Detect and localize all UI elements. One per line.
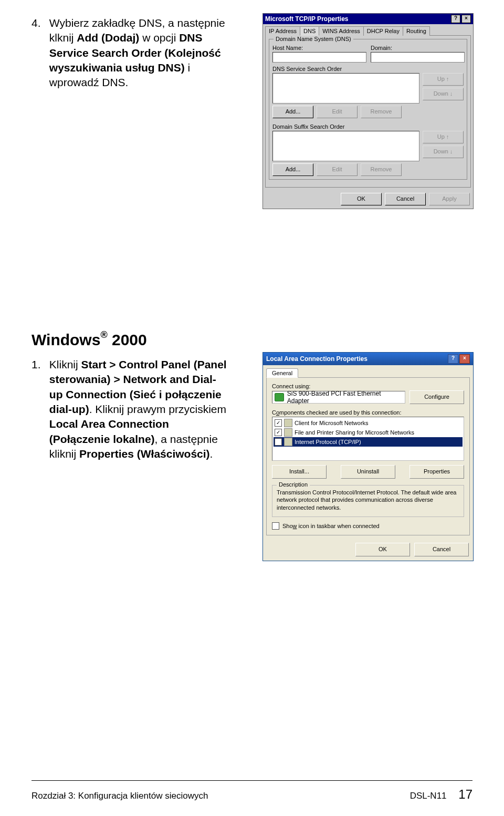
dns-remove-button[interactable]: Remove [361,106,402,118]
components-label: Components checked are used by this conn… [272,409,464,416]
footer-model: DSL-N11 [410,791,447,801]
protocol-icon [284,438,292,446]
step-1-bold2: Local Area Connection (Połączenie lokaln… [49,418,169,445]
step-1-bold3: Properties (Właściwości) [79,448,210,460]
step-1-mid: . Kliknij prawym przyciskiem [89,403,226,415]
heading-post: 2000 [108,331,147,348]
list-item-label: Client for Microsoft Networks [295,420,369,426]
checkbox-icon[interactable]: ✓ [275,419,282,427]
dns-edit-button[interactable]: Edit [317,106,358,118]
cancel-button[interactable]: Cancel [414,543,469,556]
suffix-order-label: Domain Suffix Search Order [272,123,464,130]
client-icon [284,419,292,427]
lan-titlebar: Local Area Connection Properties ? × [263,353,473,365]
show-icon-row[interactable]: Show icon in taskbar when connected [272,522,464,530]
install-button[interactable]: Install... [272,465,327,479]
list-item-label: Internet Protocol (TCP/IP) [295,439,361,445]
tab-general[interactable]: General [266,368,298,378]
adapter-name: SiS 900-Based PCI Fast Ethernet Adapter [287,390,403,405]
step-4-bold1: Add (Dodaj) [77,32,139,44]
step-1-body: Kliknij Start > Control Panel (Panel ste… [49,357,228,461]
step-4-body: Wybierz zakładkę DNS, a następnie klknij… [49,16,228,90]
tab-routing[interactable]: Routing [403,26,430,36]
properties-button[interactable]: Properties [410,465,464,479]
step-1-number: 1. [32,357,46,372]
footer-rule [32,780,472,781]
cancel-button[interactable]: Cancel [385,193,426,205]
suffix-up-button[interactable]: Up ↑ [423,131,464,143]
domain-input[interactable] [371,52,465,63]
tcpip-titlebar: Microsoft TCP/IP Properties ? × [263,14,473,24]
dns-up-button[interactable]: Up ↑ [423,73,464,86]
list-item[interactable]: ✓ Client for Microsoft Networks [274,418,463,428]
help-icon[interactable]: ? [451,15,460,23]
ok-button[interactable]: OK [341,193,382,205]
lan-dialog: Local Area Connection Properties ? × Gen… [262,352,474,561]
help-icon[interactable]: ? [448,354,458,364]
close-icon[interactable]: × [459,354,470,364]
step-1-pre: Kliknij [49,358,81,370]
list-item-label: File and Printer Sharing for Microsoft N… [295,429,414,436]
checkbox-icon[interactable]: ✓ [275,429,282,436]
adapter-box: SiS 900-Based PCI Fast Ethernet Adapter [272,391,405,404]
lan-button-row: OK Cancel [263,539,473,561]
host-name-input[interactable] [272,52,366,63]
footer-page-number: 17 [458,787,472,801]
list-item[interactable]: ✓ Internet Protocol (TCP/IP) [274,437,463,447]
description-legend: Description [277,481,310,488]
ok-button[interactable]: OK [355,543,410,556]
suffix-order-list[interactable] [272,131,419,161]
service-icon [284,428,292,437]
nic-icon [275,393,284,401]
tcpip-tabs: IP Address DNS WINS Address DHCP Relay R… [263,24,473,36]
show-icon-label: Show icon in taskbar when connected [282,523,380,529]
registered-icon: ® [100,329,107,340]
suffix-down-button[interactable]: Down ↓ [423,146,464,158]
list-item[interactable]: ✓ File and Printer Sharing for Microsoft… [274,428,463,437]
step-4-mid: w opcji [139,32,179,44]
step-1-post: . [210,448,213,460]
dns-order-label: DNS Service Search Order [272,66,464,72]
tab-ipaddress[interactable]: IP Address [265,26,300,36]
dns-order-list[interactable] [272,73,419,104]
step-4-number: 4. [32,16,46,30]
close-icon[interactable]: × [461,15,471,23]
tcpip-panel: Domain Name System (DNS) Host Name: Doma… [265,35,471,188]
tcpip-title: Microsoft TCP/IP Properties [265,15,348,23]
configure-button[interactable]: Configure [410,390,464,404]
lan-tabs: General [263,365,473,378]
suffix-add-button[interactable]: Add... [272,163,313,176]
lan-panel: Connect using: SiS 900-Based PCI Fast Et… [266,377,470,535]
dns-add-button[interactable]: Add... [272,106,313,118]
connect-using-label: Connect using: [272,383,464,389]
step-4-text: 4. Wybierz zakładkę DNS, a następnie klk… [32,16,231,90]
description-box: Description Transmission Control Protoco… [272,485,464,517]
checkbox-icon[interactable] [272,522,279,530]
dns-group-legend: Domain Name System (DNS) [274,36,353,42]
step-1-text: 1. Kliknij Start > Control Panel (Panel … [32,357,231,461]
tcpip-dialog: Microsoft TCP/IP Properties ? × IP Addre… [262,13,474,209]
suffix-edit-button[interactable]: Edit [317,163,358,176]
tab-wins[interactable]: WINS Address [319,26,364,36]
tcpip-button-row: OK Cancel Apply [263,190,473,209]
description-text: Transmission Control Protocol/Internet P… [277,489,459,511]
components-list[interactable]: ✓ Client for Microsoft Networks ✓ File a… [272,417,464,461]
tab-dns[interactable]: DNS [300,26,319,36]
dns-down-button[interactable]: Down ↓ [423,88,464,100]
host-name-label: Host Name: [272,45,365,51]
apply-button[interactable]: Apply [429,193,470,205]
page-footer: Rozdział 3: Konfiguracja klientów siecio… [32,787,472,802]
tab-dhcp[interactable]: DHCP Relay [363,26,403,36]
footer-chapter: Rozdział 3: Konfiguracja klientów siecio… [32,791,208,801]
domain-label: Domain: [371,45,464,51]
lan-title: Local Area Connection Properties [266,355,368,363]
uninstall-button[interactable]: Uninstall [341,465,395,479]
dns-group: Domain Name System (DNS) Host Name: Doma… [269,39,467,180]
heading-pre: Windows [32,331,100,348]
suffix-remove-button[interactable]: Remove [361,163,402,176]
checkbox-icon[interactable]: ✓ [275,438,282,446]
footer-right: DSL-N11 17 [410,787,472,802]
windows-2000-heading: Windows® 2000 [32,331,147,349]
